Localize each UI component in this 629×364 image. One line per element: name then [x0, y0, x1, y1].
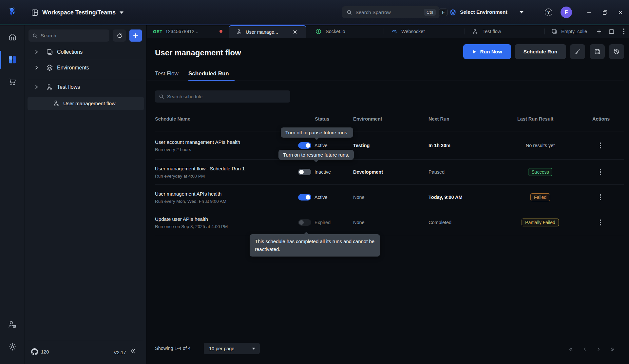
- schedule-name: User management flow - Schedule Run 1: [155, 166, 245, 171]
- sidebar-footer: 120 V2.17: [25, 348, 147, 360]
- environment-value: Development: [353, 169, 383, 175]
- collapse-sidebar-icon[interactable]: [129, 348, 136, 355]
- save-button[interactable]: [590, 44, 605, 59]
- home-icon[interactable]: [8, 33, 17, 41]
- schedule-name-cell: User account management APIs health Run …: [155, 139, 240, 152]
- sidebar-item-environments[interactable]: Environments: [25, 60, 147, 75]
- last-run-result: Failed: [504, 193, 576, 201]
- test-flow-icon: [237, 29, 242, 35]
- avatar[interactable]: F: [561, 7, 572, 18]
- layers-icon: [449, 9, 456, 16]
- test-flow-icon: [472, 29, 478, 34]
- environment-selector[interactable]: Select Environment: [449, 7, 524, 18]
- table-row: User management APIs health Run every Mo…: [155, 184, 624, 210]
- row-kebab-menu-icon[interactable]: [597, 168, 604, 176]
- page-title: User management flow: [155, 48, 241, 57]
- tooltip-resume-runs: Turn on to resume future runs.: [278, 150, 354, 160]
- window-restore-button[interactable]: [601, 9, 609, 16]
- schedule-search-input[interactable]: [167, 94, 286, 99]
- row-kebab-menu-icon[interactable]: [597, 219, 604, 226]
- per-page-select[interactable]: 10 per page: [204, 343, 260, 354]
- split-view-icon[interactable]: [607, 28, 615, 35]
- new-tab-plus-icon[interactable]: [595, 28, 603, 35]
- tooltip-pause-runs: Turn off to pause future runs.: [281, 127, 353, 138]
- tooltip-expired-schedule: This schedule has completed all its runs…: [250, 234, 380, 257]
- status-toggle: [298, 219, 311, 226]
- row-kebab-menu-icon[interactable]: [597, 193, 604, 201]
- col-actions: Actions: [592, 116, 610, 122]
- tab-label: Empty_colle: [561, 29, 587, 34]
- table-row: User account management APIs health Run …: [155, 131, 624, 159]
- sidebar-item-collections[interactable]: Collections: [25, 44, 147, 60]
- window-close-button[interactable]: [617, 9, 624, 16]
- tab-test-flow-view[interactable]: Test Flow: [155, 70, 179, 77]
- community-icon[interactable]: [8, 320, 17, 329]
- schedule-run-button[interactable]: Schedule Run: [515, 44, 566, 59]
- tab-label: Socket.io: [326, 29, 345, 34]
- pagination-summary: Showing 1-4 of 4: [155, 346, 191, 351]
- tab-label: 12345678912...: [165, 29, 199, 34]
- row-kebab-menu-icon[interactable]: [597, 142, 604, 149]
- global-search[interactable]: Ctrl F: [342, 6, 439, 18]
- status-badge: Success: [528, 168, 553, 176]
- environments-layers-icon: [46, 64, 53, 71]
- table-header: Schedule Name Status Environment Next Ru…: [155, 116, 624, 123]
- topbar: Workspace Testing/Teams Ctrl F Select En: [0, 0, 629, 25]
- col-next-run: Next Run: [429, 116, 449, 122]
- chevron-down-icon: [520, 11, 524, 13]
- status-label: Active: [314, 143, 328, 148]
- history-button[interactable]: [609, 44, 624, 59]
- add-new-button[interactable]: [129, 29, 142, 42]
- sidebar-item-test-flows[interactable]: Test flows: [25, 79, 147, 95]
- run-now-button[interactable]: Run Now: [463, 44, 511, 59]
- schedule-run-label: Schedule Run: [524, 49, 557, 55]
- status-toggle[interactable]: [298, 169, 311, 175]
- schedule-recurrence: Run once on Sep 8, 2025 at 4:00 PM: [155, 224, 228, 229]
- sidebar-search-input[interactable]: [41, 33, 105, 38]
- test-flow-icon: [53, 100, 60, 107]
- status-label: Active: [314, 195, 328, 200]
- close-icon[interactable]: [293, 29, 297, 34]
- github-icon: [31, 348, 38, 355]
- app-window: Workspace Testing/Teams Ctrl F Select En: [0, 0, 629, 364]
- pagination-next-icon[interactable]: [594, 345, 603, 354]
- tab-scheduled-run-view[interactable]: Scheduled Run: [188, 70, 229, 77]
- pagination-last-icon[interactable]: [608, 345, 617, 354]
- sidebar-search[interactable]: [29, 29, 109, 42]
- workspace-panels-icon[interactable]: [8, 55, 17, 64]
- activity-rail: [0, 25, 25, 364]
- global-search-input[interactable]: [355, 10, 421, 15]
- col-status: Status: [315, 116, 329, 122]
- tab-test-flow[interactable]: Test flow: [467, 25, 543, 38]
- status-badge: Failed: [530, 193, 550, 201]
- refresh-button[interactable]: [113, 29, 126, 42]
- table-row: User management flow - Schedule Run 1 Ru…: [155, 159, 624, 184]
- schedule-search[interactable]: [155, 90, 290, 103]
- tab-user-management-flow[interactable]: User manage...: [229, 25, 306, 38]
- workspace-grid-icon: [31, 9, 38, 16]
- status-toggle[interactable]: [298, 142, 311, 149]
- clean-brush-button[interactable]: [570, 44, 585, 59]
- sidebar-item-user-management-flow[interactable]: User management flow: [28, 97, 144, 110]
- github-stars[interactable]: 120: [31, 348, 49, 355]
- method-badge: GET: [153, 29, 162, 34]
- sidebar: Collections Environments: [25, 25, 147, 364]
- settings-gear-icon[interactable]: [8, 342, 17, 351]
- chevron-right-icon: [34, 65, 39, 70]
- tabbar-kebab-menu-icon[interactable]: [620, 28, 628, 35]
- help-icon[interactable]: [545, 9, 552, 16]
- schedule-name-cell: User management flow - Schedule Run 1 Ru…: [155, 166, 245, 179]
- col-schedule-name: Schedule Name: [155, 116, 190, 122]
- pagination-prev-icon[interactable]: [581, 345, 589, 354]
- pagination-first-icon[interactable]: [566, 345, 575, 354]
- tab-socketio[interactable]: Socket.io: [310, 25, 382, 38]
- schedule-name: User management APIs health: [155, 191, 226, 197]
- tab-websocket[interactable]: Websocket: [386, 25, 463, 38]
- schedule-recurrence: Run every Mon, Wed, Fri at 9:00 AM: [155, 199, 226, 204]
- tab-empty-collection[interactable]: Empty_colle: [547, 25, 593, 38]
- workspace-switcher[interactable]: Workspace Testing/Teams: [31, 7, 124, 18]
- tab-rest-request[interactable]: GET 12345678912...: [149, 25, 226, 38]
- window-minimize-button[interactable]: [585, 9, 593, 16]
- status-toggle[interactable]: [298, 194, 311, 201]
- marketplace-cart-icon[interactable]: [8, 78, 17, 86]
